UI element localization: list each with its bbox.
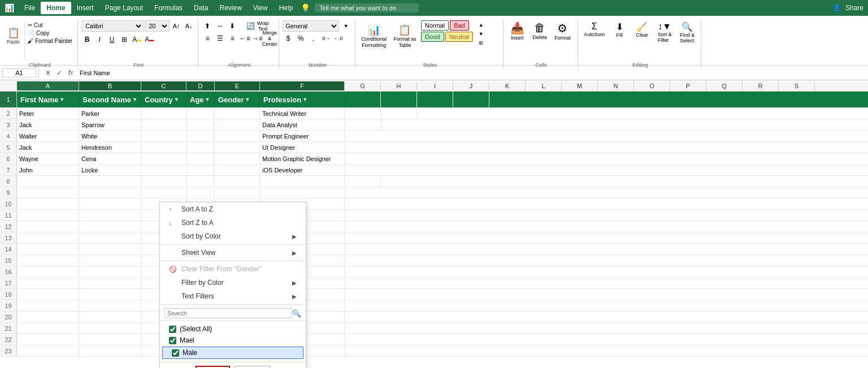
find-select-button[interactable]: 🔍 Find & Select bbox=[677, 20, 697, 45]
grid-cell-d1[interactable]: Age ▼ bbox=[186, 92, 215, 107]
col-header-f[interactable]: F bbox=[260, 81, 345, 90]
select-all-checkbox[interactable] bbox=[169, 326, 176, 333]
grid-cell-c7[interactable] bbox=[141, 164, 186, 175]
increase-font-button[interactable]: A↑ bbox=[171, 20, 182, 32]
grid-cell-d2[interactable] bbox=[186, 108, 215, 119]
grid-cell-e7[interactable] bbox=[215, 164, 260, 175]
grid-cell-f6[interactable]: Motion Graphic Designer bbox=[260, 153, 345, 164]
grid-cell-f7[interactable]: iOS Developer bbox=[260, 164, 345, 175]
sort-a-to-z-item[interactable]: ↑ Sort A to Z bbox=[160, 202, 306, 216]
percent-button[interactable]: % bbox=[295, 33, 306, 44]
cut-button[interactable]: ✂ Cut bbox=[26, 21, 74, 29]
grid-cell-b5[interactable]: Hendreson bbox=[79, 142, 141, 153]
grid-cell-f5[interactable]: UI Designer bbox=[260, 142, 345, 153]
menu-item-view[interactable]: View bbox=[248, 2, 274, 14]
filter-select-all-item[interactable]: (Select All) bbox=[160, 323, 306, 335]
align-middle-button[interactable]: ↔ bbox=[214, 20, 225, 32]
grid-cell-e1[interactable]: Gender ▼ bbox=[215, 92, 260, 107]
col-header-q[interactable]: Q bbox=[706, 81, 743, 90]
grid-cell-b2[interactable]: Parker bbox=[79, 108, 141, 119]
underline-button[interactable]: U bbox=[106, 34, 118, 45]
filter-btn-b[interactable]: ▼ bbox=[132, 97, 137, 102]
grid-cell-a1[interactable]: First Name ▼ bbox=[17, 92, 79, 107]
col-header-a[interactable]: A bbox=[17, 81, 79, 90]
styles-expand[interactable]: ⊞ bbox=[475, 38, 487, 47]
currency-button[interactable]: $ bbox=[283, 33, 294, 44]
style-normal-item[interactable]: Normal bbox=[421, 20, 449, 31]
col-header-s[interactable]: S bbox=[779, 81, 815, 90]
col-header-r[interactable]: R bbox=[743, 81, 779, 90]
filter-male-item[interactable]: Male bbox=[162, 347, 303, 359]
menu-item-page-layout[interactable]: Page Layout bbox=[99, 2, 149, 14]
grid-cell-c4[interactable] bbox=[141, 131, 186, 141]
align-top-button[interactable]: ⬆ bbox=[202, 20, 213, 32]
font-size-select[interactable]: 20 bbox=[145, 20, 170, 32]
grid-cell-b3[interactable]: Sparrow bbox=[79, 119, 141, 130]
styles-scroll-up[interactable]: ▲ bbox=[475, 20, 487, 29]
grid-cell-e5[interactable] bbox=[215, 142, 260, 153]
col-header-j[interactable]: J bbox=[453, 81, 489, 90]
format-as-table-button[interactable]: 📋 Format as Table bbox=[391, 20, 419, 52]
grid-cell-e6[interactable] bbox=[215, 153, 260, 164]
menu-item-file[interactable]: File bbox=[19, 2, 41, 14]
filter-ok-button[interactable]: OK bbox=[196, 366, 230, 368]
bold-button[interactable]: B bbox=[81, 34, 93, 45]
grid-cell-e3[interactable] bbox=[215, 119, 260, 130]
grid-cell-d5[interactable] bbox=[186, 142, 215, 153]
menu-item-formulas[interactable]: Formulas bbox=[149, 2, 188, 14]
grid-cell-a4[interactable]: Walter bbox=[17, 131, 79, 141]
filter-mael-item[interactable]: Mael bbox=[160, 335, 306, 346]
style-good-item[interactable]: Good bbox=[421, 32, 444, 42]
share-button[interactable]: 👤 Share bbox=[832, 4, 863, 12]
grid-cell-f1[interactable]: Profession ▼ bbox=[260, 92, 345, 107]
filter-btn-e[interactable]: ▼ bbox=[245, 97, 250, 102]
grid-cell-e2[interactable] bbox=[215, 108, 260, 119]
grid-cell-d7[interactable] bbox=[186, 164, 215, 175]
col-header-o[interactable]: O bbox=[634, 81, 670, 90]
comma-style-button[interactable]: , bbox=[307, 33, 319, 44]
grid-cell-c2[interactable] bbox=[141, 108, 186, 119]
italic-button[interactable]: I bbox=[94, 34, 105, 45]
grid-cell-b6[interactable]: Cena bbox=[79, 153, 141, 164]
grid-cell-b1[interactable]: Second Name ▼ bbox=[79, 92, 141, 107]
col-header-n[interactable]: N bbox=[598, 81, 634, 90]
expand-number-button[interactable]: ▼ bbox=[340, 20, 351, 32]
menu-item-home[interactable]: Home bbox=[41, 2, 71, 14]
style-neutral-item[interactable]: Neutral bbox=[445, 32, 473, 42]
col-header-i[interactable]: I bbox=[417, 81, 453, 90]
grid-cell-f3[interactable]: Data Analyst bbox=[260, 119, 345, 130]
grid-cell-d4[interactable] bbox=[186, 131, 215, 141]
grid-cell-c5[interactable] bbox=[141, 142, 186, 153]
grid-cell-a3[interactable]: Jack bbox=[17, 119, 79, 130]
increase-indent-button[interactable]: →≡ bbox=[251, 33, 263, 44]
grid-cell-c3[interactable] bbox=[141, 119, 186, 130]
mael-checkbox[interactable] bbox=[169, 337, 176, 344]
number-format-select[interactable]: General bbox=[283, 20, 339, 32]
cancel-formula-icon[interactable]: ✕ bbox=[44, 68, 53, 77]
increase-decimal-button[interactable]: .0→ bbox=[320, 33, 331, 44]
font-name-select[interactable]: Calibri bbox=[81, 20, 144, 32]
grid-cell-f4[interactable]: Prompt Engineer bbox=[260, 131, 345, 141]
filter-by-color-item[interactable]: Filter by Color ▶ bbox=[160, 276, 306, 289]
paste-button[interactable]: 📋 Paste bbox=[5, 21, 22, 51]
grid-cell-f2[interactable]: Technical Writer bbox=[260, 108, 345, 119]
male-checkbox[interactable] bbox=[172, 349, 179, 357]
col-header-b[interactable]: B bbox=[79, 81, 141, 90]
border-button[interactable]: ⊞ bbox=[119, 34, 130, 45]
sort-filter-button[interactable]: ↕▼ Sort & Filter bbox=[654, 20, 675, 45]
align-left-button[interactable]: ≡ bbox=[202, 33, 213, 44]
col-header-g[interactable]: G bbox=[345, 81, 381, 90]
insert-cells-button[interactable]: 📥 Insert bbox=[507, 20, 527, 42]
grid-cell-d3[interactable] bbox=[186, 119, 215, 130]
clear-filter-item[interactable]: 🚫 Clear Filter From "Gender" bbox=[160, 262, 306, 276]
filter-btn-d[interactable]: ▼ bbox=[205, 97, 210, 102]
confirm-formula-icon[interactable]: ✓ bbox=[55, 68, 64, 77]
col-header-d[interactable]: D bbox=[186, 81, 215, 90]
menu-item-data[interactable]: Data bbox=[188, 2, 214, 14]
grid-cell-e4[interactable] bbox=[215, 131, 260, 141]
align-center-button[interactable]: ☰ bbox=[214, 33, 225, 44]
align-bottom-button[interactable]: ⬇ bbox=[227, 20, 238, 32]
decrease-decimal-button[interactable]: ←.0 bbox=[332, 33, 344, 44]
delete-cells-button[interactable]: 🗑 Delete bbox=[530, 20, 550, 42]
decrease-font-button[interactable]: A↓ bbox=[183, 20, 194, 32]
